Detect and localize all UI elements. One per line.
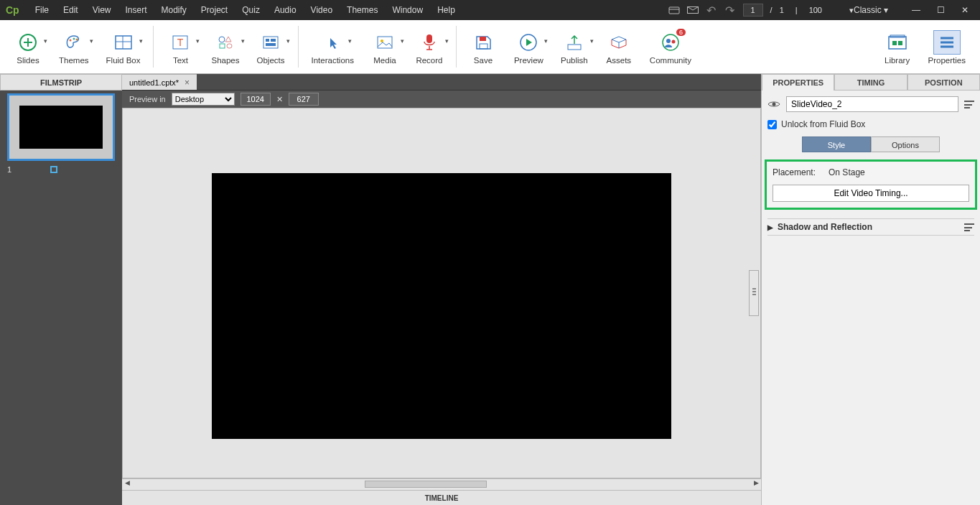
interactions-button[interactable]: Interactions [303, 26, 363, 68]
preview-label: Preview [514, 56, 543, 65]
save-button[interactable]: Save [461, 26, 505, 68]
separator [153, 26, 154, 68]
svg-rect-16 [220, 44, 225, 48]
tab-properties[interactable]: PROPERTIES [762, 74, 834, 91]
unlock-checkbox-row[interactable]: Unlock from Fluid Box [767, 119, 974, 129]
panel-menu-icon[interactable] [964, 101, 974, 108]
assets-button[interactable]: Assets [597, 26, 641, 68]
shapes-label: Shapes [211, 56, 239, 65]
tab-position[interactable]: POSITION [907, 74, 980, 91]
fluidbox-button[interactable]: Fluid Box [98, 26, 149, 68]
menu-modify[interactable]: Modify [154, 2, 194, 18]
hamburger-icon [933, 30, 961, 55]
preview-device-select[interactable]: Desktop [172, 93, 235, 106]
maximize-button[interactable]: ☐ [928, 3, 953, 17]
shapes-button[interactable]: Shapes [202, 26, 248, 68]
text-button[interactable]: T Text [158, 26, 202, 68]
menu-insert[interactable]: Insert [118, 2, 154, 18]
objects-button[interactable]: Objects [248, 26, 294, 68]
status-icons: ↶ ↷ / 1 | 100 ▾ [668, 4, 854, 17]
sub-tab-options[interactable]: Options [871, 136, 940, 152]
image-icon [371, 30, 398, 55]
document-tab[interactable]: untitled1.cptx* × [122, 74, 197, 90]
preview-width-input[interactable] [241, 93, 271, 106]
close-tab-icon[interactable]: × [185, 78, 190, 88]
menu-view[interactable]: View [85, 2, 118, 18]
preview-height-input[interactable] [289, 93, 319, 106]
svg-point-6 [69, 40, 71, 42]
themes-button[interactable]: Themes [50, 26, 98, 68]
text-label: Text [173, 56, 188, 65]
expand-arrow-icon: ▶ [767, 223, 773, 231]
tab-timing[interactable]: TIMING [834, 74, 907, 91]
menu-audio[interactable]: Audio [267, 2, 304, 18]
scrollbar-thumb[interactable] [365, 481, 487, 488]
workspace-dropdown[interactable]: Classic ▾ [854, 5, 891, 15]
pointer-icon [319, 30, 346, 55]
horizontal-scrollbar[interactable]: ◀ ▶ [122, 478, 761, 490]
svg-rect-27 [480, 37, 486, 41]
preview-bar: Preview in Desktop ✕ [122, 91, 761, 108]
shapes-icon [212, 30, 239, 55]
menu-bar: File Edit View Insert Modify Project Qui… [28, 2, 668, 18]
document-tab-bar: untitled1.cptx* × [122, 74, 761, 91]
publish-button[interactable]: Publish [552, 26, 597, 68]
preview-button[interactable]: Preview [505, 26, 552, 68]
title-bar: Cp File Edit View Insert Modify Project … [0, 0, 980, 20]
scroll-left-icon[interactable]: ◀ [122, 479, 132, 490]
visibility-icon[interactable] [767, 99, 780, 109]
close-button[interactable]: ✕ [953, 3, 977, 17]
sub-tab-style[interactable]: Style [802, 136, 871, 152]
slide-thumbnail[interactable] [7, 93, 115, 161]
filmstrip-panel: FILMSTRIP 1 [0, 74, 122, 505]
edit-video-timing-button[interactable]: Edit Video Timing... [773, 185, 969, 202]
svg-rect-19 [266, 39, 269, 42]
slide-canvas[interactable] [212, 173, 671, 439]
fluidbox-label: Fluid Box [106, 56, 141, 65]
menu-themes[interactable]: Themes [340, 2, 385, 18]
properties-label: Properties [928, 56, 966, 65]
minimize-button[interactable]: — [904, 3, 928, 17]
canvas-area[interactable] [122, 108, 761, 478]
mic-icon [416, 30, 443, 55]
menu-project[interactable]: Project [194, 2, 235, 18]
menu-window[interactable]: Window [385, 2, 430, 18]
record-button[interactable]: Record [407, 26, 452, 68]
menu-video[interactable]: Video [304, 2, 340, 18]
community-button[interactable]: 6 Community [641, 26, 700, 68]
redo-icon[interactable]: ↷ [724, 4, 736, 16]
library-icon [884, 30, 911, 55]
undo-icon[interactable]: ↶ [706, 4, 717, 16]
objects-icon [257, 30, 284, 55]
cloud-icon[interactable] [668, 4, 680, 16]
object-name-input[interactable] [786, 96, 958, 112]
svg-rect-22 [378, 37, 392, 48]
svg-point-8 [75, 39, 78, 41]
slides-button[interactable]: Slides [6, 26, 50, 68]
menu-help[interactable]: Help [430, 2, 462, 18]
unlock-checkbox[interactable] [767, 120, 777, 129]
properties-panel: PROPERTIES TIMING POSITION Unlock from F… [761, 74, 980, 505]
media-button[interactable]: Media [363, 26, 407, 68]
svg-text:T: T [177, 37, 184, 48]
timeline-header[interactable]: TIMELINE [122, 490, 761, 505]
menu-file[interactable]: File [28, 2, 56, 18]
separator [298, 26, 299, 68]
panel-collapse-handle[interactable] [749, 270, 759, 316]
community-label: Community [650, 56, 691, 65]
svg-rect-39 [898, 41, 902, 45]
svg-point-33 [663, 34, 678, 50]
properties-button[interactable]: Properties [920, 26, 974, 68]
section-menu-icon[interactable] [964, 223, 974, 231]
placement-label: Placement: [773, 167, 816, 177]
mail-icon[interactable] [687, 4, 699, 16]
library-button[interactable]: Library [875, 26, 920, 68]
shadow-reflection-section[interactable]: ▶ Shadow and Reflection [767, 218, 974, 236]
svg-point-34 [666, 39, 671, 43]
current-slide-input[interactable] [743, 4, 763, 17]
scroll-right-icon[interactable]: ▶ [751, 479, 761, 490]
menu-quiz[interactable]: Quiz [235, 2, 267, 18]
zoom-level[interactable]: 100 [809, 6, 822, 14]
x-icon: ✕ [276, 95, 283, 104]
menu-edit[interactable]: Edit [56, 2, 85, 18]
